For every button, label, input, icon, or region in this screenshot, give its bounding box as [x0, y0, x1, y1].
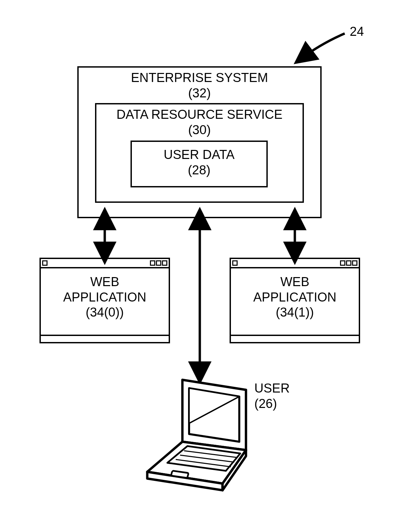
enterprise-system-ref: (32)	[188, 86, 211, 101]
svg-line-2	[176, 459, 231, 467]
figure-ref-label: 24	[350, 24, 364, 39]
user-data-title: USER DATA	[164, 147, 235, 163]
user-data-box: USER DATA (28)	[131, 141, 268, 187]
window-titlebar	[231, 259, 359, 268]
close-icon	[162, 260, 167, 266]
close-icon	[352, 260, 357, 266]
webapp1-title: WEB APPLICATION	[231, 274, 359, 305]
figure-ref-arrow	[301, 33, 345, 59]
webapp0-ref: (34(0))	[41, 305, 169, 320]
user-label: USER (26)	[254, 381, 290, 411]
svg-line-1	[180, 455, 234, 462]
laptop-icon	[147, 380, 246, 490]
webapp0-title: WEB APPLICATION	[41, 274, 169, 305]
window-right-icons	[340, 260, 357, 266]
maximize-icon	[346, 260, 351, 266]
maximize-icon	[156, 260, 161, 266]
window-titlebar	[41, 259, 169, 268]
window-right-icons	[150, 260, 167, 266]
web-application-0-window: WEB APPLICATION (34(0))	[39, 258, 170, 343]
system-menu-icon	[42, 260, 48, 266]
data-resource-service-title: DATA RESOURCE SERVICE	[116, 107, 282, 122]
system-menu-icon	[232, 260, 238, 266]
user-data-ref: (28)	[188, 163, 211, 178]
window-left-icons	[42, 260, 48, 266]
minimize-icon	[150, 260, 155, 266]
enterprise-system-title: ENTERPRISE SYSTEM	[131, 70, 268, 86]
webapp1-ref: (34(1))	[231, 305, 359, 320]
data-resource-service-ref: (30)	[188, 122, 211, 138]
window-statusbar	[231, 335, 359, 342]
web-application-1-window: WEB APPLICATION (34(1))	[230, 258, 360, 343]
window-left-icons	[232, 260, 238, 266]
window-statusbar	[41, 335, 169, 342]
minimize-icon	[340, 260, 345, 266]
svg-rect-3	[171, 471, 189, 478]
svg-line-0	[184, 451, 237, 457]
